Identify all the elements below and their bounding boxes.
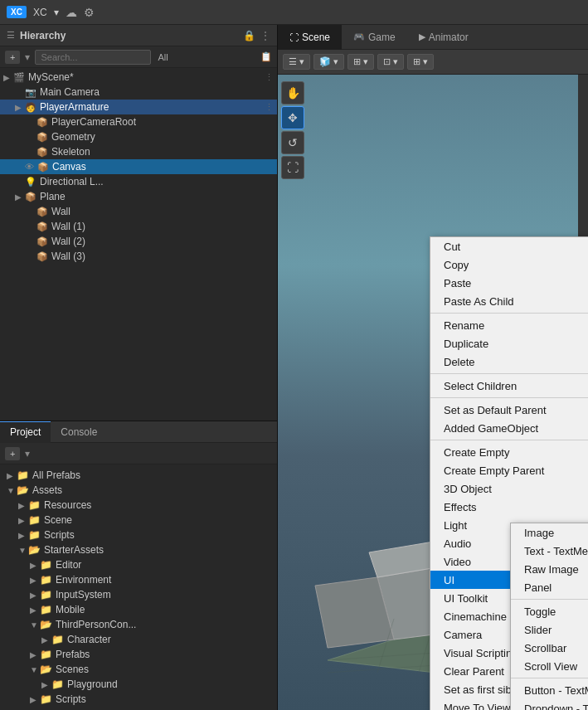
cm-item-effects[interactable]: Effects ▶: [430, 498, 588, 516]
cm-item-delete[interactable]: Delete: [430, 353, 588, 371]
hand-tool[interactable]: ✋: [281, 81, 304, 105]
folder-item[interactable]: ▼ 📂 StarterAssets: [3, 542, 274, 557]
folder-arrow: ▶: [18, 501, 28, 510]
cm-item-3d-object[interactable]: 3D Object ▶: [430, 479, 588, 498]
scene-toolbar-btn3[interactable]: ⊞ ▾: [347, 54, 374, 70]
folder-icon: 📁: [28, 514, 41, 526]
folder-item[interactable]: ▶ 📁 Playground: [3, 677, 274, 692]
hierarchy-item-wall3[interactable]: 📦 Wall (3): [0, 249, 277, 264]
h-item-icon: 📦: [36, 236, 48, 247]
hierarchy-item-directional[interactable]: 💡 Directional L...: [0, 174, 277, 189]
folder-item[interactable]: ▶ 📁 Editor: [3, 557, 274, 572]
h-item-label: PlayerArmature: [40, 101, 265, 113]
project-add-btn[interactable]: +: [5, 447, 20, 460]
folder-item[interactable]: ▶ 📁 InputSystem: [3, 587, 274, 602]
folder-item[interactable]: ▶ 📁 Scripts: [3, 528, 274, 542]
settings-icon[interactable]: ⚙: [84, 6, 95, 19]
folder-item[interactable]: ▶ 📁 Prefabs: [3, 647, 274, 662]
sm-item-image[interactable]: Image: [511, 523, 588, 542]
scene-tab-game[interactable]: 🎮 Game: [342, 25, 407, 50]
h-item-more[interactable]: ⋮: [265, 102, 274, 113]
cloud-icon[interactable]: ☁: [66, 6, 77, 19]
sm-item-label: Toggle: [524, 605, 556, 618]
sm-item-raw-image[interactable]: Raw Image: [511, 560, 588, 578]
h-item-label: Main Camera: [40, 86, 274, 98]
scene-toolbar-btn1[interactable]: ☰ ▾: [283, 54, 310, 70]
all-label: All: [158, 52, 168, 62]
sm-item-dropdown---textmeshpro[interactable]: Dropdown - TextMeshPro: [511, 699, 588, 710]
cm-item-duplicate[interactable]: Duplicate: [430, 334, 588, 353]
scene-toolbar-btn2[interactable]: 🧊 ▾: [313, 54, 344, 70]
project-tab-console[interactable]: Console: [51, 421, 107, 443]
folder-item[interactable]: ▼ 📂 Assets: [3, 483, 274, 498]
folder-name: Character: [67, 634, 111, 645]
hierarchy-item-playerarmature[interactable]: ▶ 🧑 PlayerArmature ⋮: [0, 100, 277, 114]
hierarchy-item-wall1[interactable]: 📦 Wall (1): [0, 219, 277, 234]
dropdown-arrow[interactable]: ▾: [54, 7, 59, 18]
lock-icon[interactable]: 🔒: [243, 30, 255, 41]
collapse-icon[interactable]: 📋: [260, 51, 272, 62]
move-tool[interactable]: ✥: [281, 106, 304, 129]
hierarchy-item-geometry[interactable]: 📦 Geometry: [0, 129, 277, 144]
hierarchy-item-canvas[interactable]: 👁📦 Canvas: [0, 159, 277, 174]
hierarchy-list: ▶ 🎬 MyScene* ⋮ 📷 Main Camera ▶ 🧑 PlayerA…: [0, 68, 277, 265]
sm-item-button---textmeshpro[interactable]: Button - TextMeshPro: [511, 681, 588, 699]
cm-item-cut[interactable]: Cut: [430, 237, 588, 255]
cm-item-set-as-default-parent[interactable]: Set as Default Parent: [430, 401, 588, 419]
cm-item-label: Paste As Child: [444, 295, 514, 308]
scene-toolbar-btn5[interactable]: ⊞ ▾: [407, 54, 434, 70]
hierarchy-item-maincamera[interactable]: 📷 Main Camera: [0, 85, 277, 100]
sm-item-label: Slider: [524, 624, 552, 636]
folder-name: Scene: [44, 514, 72, 526]
hierarchy-item-playercameraroot[interactable]: 📦 PlayerCameraRoot: [0, 114, 277, 129]
cm-item-added-gameobject[interactable]: Added GameObject ▶: [430, 419, 588, 437]
cm-item-paste-as-child[interactable]: Paste As Child: [430, 292, 588, 310]
scene-tab-scene[interactable]: ⛶ Scene: [278, 25, 342, 50]
folder-name: Mobile: [56, 604, 85, 615]
hierarchy-item-plane[interactable]: ▶ 📦 Plane: [0, 189, 277, 204]
hierarchy-item-wall2[interactable]: 📦 Wall (2): [0, 234, 277, 249]
scene-toolbar-btn4[interactable]: ⊡ ▾: [377, 54, 404, 70]
sm-item-scrollbar[interactable]: Scrollbar: [511, 639, 588, 657]
h-item-icon: 📦: [37, 162, 49, 173]
project-content: ▶ 📁 All Prefabs ▼ 📂 Assets ▶ 📁 Resources…: [0, 464, 277, 710]
sm-item-panel[interactable]: Panel: [511, 578, 588, 596]
folder-item[interactable]: ▼ 📂 Scenes: [3, 662, 274, 677]
folder-item[interactable]: ▶ 📁 Scripts: [3, 692, 274, 707]
folder-item[interactable]: ▶ 📁 Environment: [3, 572, 274, 587]
cm-item-select-children[interactable]: Select Children: [430, 377, 588, 395]
hierarchy-item-wall[interactable]: 📦 Wall: [0, 204, 277, 219]
folder-item[interactable]: ▶ 📁 Resources: [3, 498, 274, 513]
cm-item-create-empty[interactable]: Create Empty: [430, 443, 588, 461]
folder-name: Playground: [67, 678, 118, 690]
folder-name: Resources: [44, 499, 91, 511]
h-item-more[interactable]: ⋮: [265, 72, 274, 83]
hierarchy-item-skeleton[interactable]: 📦 Skeleton: [0, 144, 277, 159]
menu-icon[interactable]: ⋮: [260, 30, 270, 41]
eye-icon[interactable]: 👁: [25, 162, 34, 172]
folder-item[interactable]: ▶ 📁 Mobile: [3, 602, 274, 617]
cm-item-label: Camera: [444, 629, 482, 641]
hierarchy-item-myscene[interactable]: ▶ 🎬 MyScene* ⋮: [0, 70, 277, 85]
scale-tool[interactable]: ⛶: [281, 156, 304, 179]
cm-item-copy[interactable]: Copy: [430, 255, 588, 274]
sm-item-toggle[interactable]: Toggle: [511, 602, 588, 620]
project-dropdown[interactable]: ▾: [25, 448, 30, 460]
cm-item-rename[interactable]: Rename: [430, 316, 588, 334]
cm-item-create-empty-parent[interactable]: Create Empty Parent: [430, 461, 588, 479]
sm-item-scroll-view[interactable]: Scroll View: [511, 657, 588, 675]
folder-item[interactable]: ▶ 📁 All Prefabs: [3, 468, 274, 483]
folder-item[interactable]: ▶ 📁 Scene: [3, 513, 274, 528]
project-tab-project[interactable]: Project: [0, 421, 51, 443]
sm-item-text---textmeshpro[interactable]: Text - TextMeshPro: [511, 542, 588, 560]
hierarchy-add-btn[interactable]: +: [5, 51, 20, 64]
scene-tab-animator[interactable]: ▶ Animator: [407, 25, 480, 50]
hierarchy-search[interactable]: [35, 50, 151, 65]
folder-arrow: ▶: [30, 591, 40, 600]
cm-item-paste[interactable]: Paste: [430, 274, 588, 292]
sm-item-slider[interactable]: Slider: [511, 620, 588, 639]
folder-item[interactable]: ▶ 📁 Character: [3, 632, 274, 647]
folder-item[interactable]: ▼ 📂 ThirdPersonCon...: [3, 617, 274, 632]
cm-item-label: Effects: [444, 501, 477, 513]
rotate-tool[interactable]: ↺: [281, 131, 304, 154]
